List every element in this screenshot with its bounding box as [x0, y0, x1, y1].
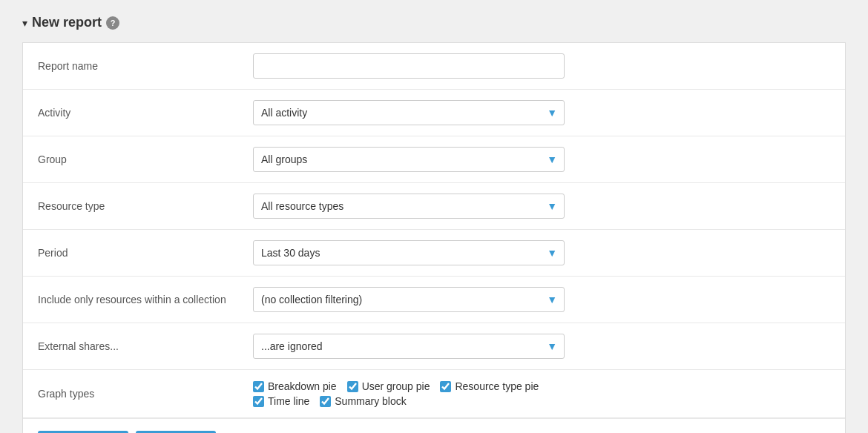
collection-control: (no collection filtering) Collection 1 C…	[253, 287, 565, 312]
resource-type-label: Resource type	[38, 199, 253, 213]
period-control: Last 30 days Last 7 days Last 90 days La…	[253, 240, 565, 265]
resource-type-pie-label[interactable]: Resource type pie	[455, 380, 539, 392]
external-shares-select-wrapper: ...are ignored ...are included ...are ex…	[253, 334, 565, 359]
period-row: Period Last 30 days Last 7 days Last 90 …	[23, 230, 845, 277]
graph-types-control: Breakdown pie User group pie Resource ty…	[253, 380, 565, 407]
resource-type-pie-item: Resource type pie	[440, 380, 539, 392]
summary-block-checkbox[interactable]	[320, 396, 331, 407]
resource-type-pie-checkbox[interactable]	[440, 381, 451, 392]
breakdown-pie-checkbox[interactable]	[253, 381, 264, 392]
external-shares-control: ...are ignored ...are included ...are ex…	[253, 334, 565, 359]
activity-control: All activity Downloads Views Uploads ▼	[253, 100, 565, 125]
collection-select-wrapper: (no collection filtering) Collection 1 C…	[253, 287, 565, 312]
user-group-pie-checkbox[interactable]	[347, 381, 358, 392]
actions-row: Update report Save report	[23, 418, 845, 433]
external-shares-label: External shares...	[38, 340, 253, 353]
breakdown-pie-item: Breakdown pie	[253, 380, 337, 392]
help-icon[interactable]: ?	[106, 16, 119, 30]
form-container: Report name Activity All activity Downlo…	[22, 42, 846, 433]
group-control: All groups Administrators Users Guests ▼	[253, 147, 565, 172]
external-shares-row: External shares... ...are ignored ...are…	[23, 323, 845, 370]
group-select[interactable]: All groups Administrators Users Guests	[253, 147, 565, 172]
report-name-row: Report name	[23, 43, 845, 90]
period-label: Period	[38, 246, 253, 260]
time-line-label[interactable]: Time line	[268, 395, 309, 407]
activity-select-wrapper: All activity Downloads Views Uploads ▼	[253, 100, 565, 125]
page-title: New report	[32, 15, 102, 30]
graph-types-label: Graph types	[38, 387, 253, 400]
graph-types-list: Breakdown pie User group pie Resource ty…	[253, 380, 565, 407]
activity-label: Activity	[38, 106, 253, 119]
user-group-pie-label[interactable]: User group pie	[362, 380, 430, 392]
time-line-item: Time line	[253, 395, 309, 407]
resource-type-control: All resource types Files Folders Links ▼	[253, 194, 565, 219]
summary-block-item: Summary block	[320, 395, 406, 407]
period-select[interactable]: Last 30 days Last 7 days Last 90 days La…	[253, 240, 565, 265]
summary-block-label[interactable]: Summary block	[335, 395, 406, 407]
period-select-wrapper: Last 30 days Last 7 days Last 90 days La…	[253, 240, 565, 265]
resource-type-row: Resource type All resource types Files F…	[23, 183, 845, 230]
report-name-input[interactable]	[253, 53, 565, 79]
graph-types-row: Graph types Breakdown pie User group pie…	[23, 370, 845, 418]
section-header: ▾ New report ?	[22, 15, 846, 30]
chevron-icon: ▾	[22, 17, 27, 29]
activity-select[interactable]: All activity Downloads Views Uploads	[253, 100, 565, 125]
page-container: ▾ New report ? Report name Activity All …	[0, 0, 868, 433]
resource-type-select[interactable]: All resource types Files Folders Links	[253, 194, 565, 219]
report-name-control	[253, 53, 565, 79]
resource-type-select-wrapper: All resource types Files Folders Links ▼	[253, 194, 565, 219]
time-line-checkbox[interactable]	[253, 396, 264, 407]
activity-row: Activity All activity Downloads Views Up…	[23, 90, 845, 136]
group-select-wrapper: All groups Administrators Users Guests ▼	[253, 147, 565, 172]
breakdown-pie-label[interactable]: Breakdown pie	[268, 380, 337, 392]
collection-label: Include only resources within a collecti…	[38, 293, 253, 306]
group-label: Group	[38, 153, 253, 166]
group-row: Group All groups Administrators Users Gu…	[23, 136, 845, 183]
user-group-pie-item: User group pie	[347, 380, 430, 392]
collection-row: Include only resources within a collecti…	[23, 277, 845, 323]
report-name-label: Report name	[38, 59, 253, 73]
collection-select[interactable]: (no collection filtering) Collection 1 C…	[253, 287, 565, 312]
external-shares-select[interactable]: ...are ignored ...are included ...are ex…	[253, 334, 565, 359]
